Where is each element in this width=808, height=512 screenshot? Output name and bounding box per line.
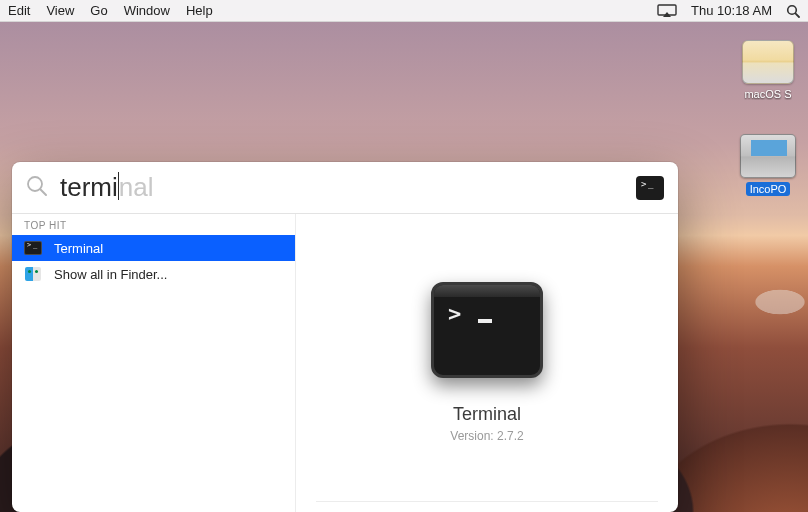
menu-view[interactable]: View bbox=[46, 3, 74, 18]
menu-help[interactable]: Help bbox=[186, 3, 213, 18]
menubar-clock[interactable]: Thu 10:18 AM bbox=[691, 3, 772, 18]
spotlight-results-list: TOP HIT Terminal Show all in Finder... bbox=[12, 214, 296, 512]
disk-icon bbox=[742, 40, 794, 84]
terminal-icon bbox=[24, 240, 42, 256]
menubar-left: Edit View Go Window Help bbox=[8, 3, 213, 18]
desktop-disk-label: IncoPO bbox=[746, 182, 791, 196]
desktop-disk-label: macOS S bbox=[744, 88, 791, 100]
spotlight-section-header: TOP HIT bbox=[12, 214, 295, 235]
spotlight-menu-icon[interactable] bbox=[786, 4, 800, 18]
finder-icon bbox=[24, 266, 42, 282]
search-icon bbox=[26, 175, 48, 201]
spotlight-body: TOP HIT Terminal Show all in Finder... >… bbox=[12, 214, 678, 512]
menu-window[interactable]: Window bbox=[124, 3, 170, 18]
svg-line-5 bbox=[40, 189, 46, 195]
menu-edit[interactable]: Edit bbox=[8, 3, 30, 18]
disk-icon bbox=[740, 134, 796, 178]
svg-line-3 bbox=[795, 13, 799, 17]
menu-go[interactable]: Go bbox=[90, 3, 107, 18]
spotlight-panel: terminal TOP HIT Terminal Show all in Fi… bbox=[12, 162, 678, 512]
desktop-icons: macOS S IncoPO bbox=[734, 40, 802, 196]
preview-app-name: Terminal bbox=[453, 404, 521, 425]
spotlight-result-label: Show all in Finder... bbox=[54, 267, 167, 282]
menubar: Edit View Go Window Help Thu 10:18 AM bbox=[0, 0, 808, 22]
spotlight-result-label: Terminal bbox=[54, 241, 103, 256]
spotlight-preview-pane: > Terminal Version: 2.7.2 bbox=[296, 214, 678, 512]
spotlight-tophit-thumb-icon bbox=[636, 176, 664, 200]
menubar-right: Thu 10:18 AM bbox=[657, 3, 800, 18]
airplay-icon[interactable] bbox=[657, 4, 677, 18]
preview-divider bbox=[316, 501, 658, 502]
desktop-disk-macos[interactable]: macOS S bbox=[742, 40, 794, 100]
spotlight-result-show-all[interactable]: Show all in Finder... bbox=[12, 261, 295, 287]
spotlight-search-row: terminal bbox=[12, 162, 678, 214]
spotlight-result-terminal[interactable]: Terminal bbox=[12, 235, 295, 261]
preview-app-version: Version: 2.7.2 bbox=[450, 429, 523, 443]
terminal-app-icon: > bbox=[431, 282, 543, 378]
desktop-disk-incopo[interactable]: IncoPO bbox=[740, 134, 796, 196]
